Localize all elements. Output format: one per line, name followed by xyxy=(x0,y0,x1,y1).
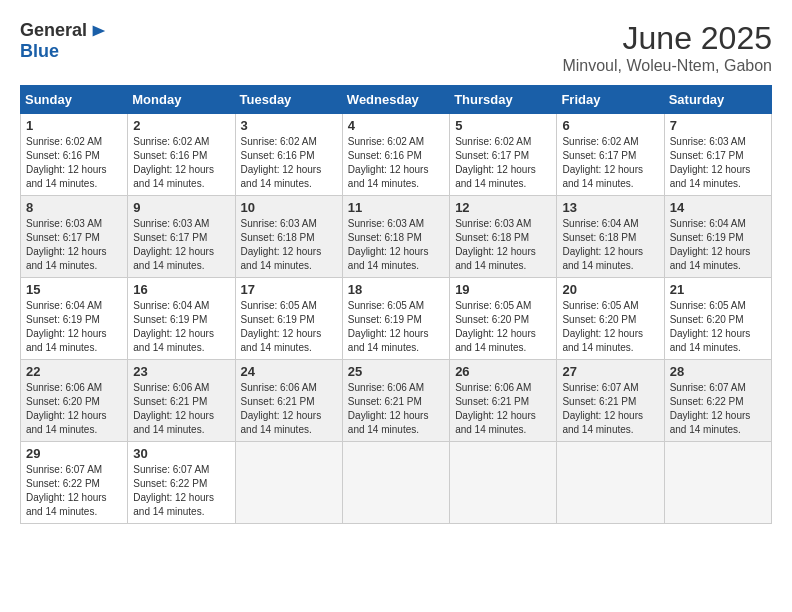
day-info: Sunrise: 6:06 AM Sunset: 6:21 PM Dayligh… xyxy=(455,381,551,437)
day-info: Sunrise: 6:03 AM Sunset: 6:17 PM Dayligh… xyxy=(670,135,766,191)
day-info: Sunrise: 6:02 AM Sunset: 6:17 PM Dayligh… xyxy=(455,135,551,191)
day-info: Sunrise: 6:07 AM Sunset: 6:21 PM Dayligh… xyxy=(562,381,658,437)
day-info: Sunrise: 6:05 AM Sunset: 6:20 PM Dayligh… xyxy=(455,299,551,355)
day-number: 7 xyxy=(670,118,766,133)
day-info: Sunrise: 6:03 AM Sunset: 6:18 PM Dayligh… xyxy=(455,217,551,273)
day-number: 11 xyxy=(348,200,444,215)
day-number: 10 xyxy=(241,200,337,215)
day-info: Sunrise: 6:04 AM Sunset: 6:18 PM Dayligh… xyxy=(562,217,658,273)
day-number: 1 xyxy=(26,118,122,133)
day-number: 4 xyxy=(348,118,444,133)
day-number: 30 xyxy=(133,446,229,461)
day-info: Sunrise: 6:07 AM Sunset: 6:22 PM Dayligh… xyxy=(133,463,229,519)
table-row: 19 Sunrise: 6:05 AM Sunset: 6:20 PM Dayl… xyxy=(450,278,557,360)
col-tuesday: Tuesday xyxy=(235,86,342,114)
table-row: 12 Sunrise: 6:03 AM Sunset: 6:18 PM Dayl… xyxy=(450,196,557,278)
month-title: June 2025 xyxy=(562,20,772,57)
location-title: Minvoul, Woleu-Ntem, Gabon xyxy=(562,57,772,75)
day-number: 12 xyxy=(455,200,551,215)
table-row: 28 Sunrise: 6:07 AM Sunset: 6:22 PM Dayl… xyxy=(664,360,771,442)
table-row: 1 Sunrise: 6:02 AM Sunset: 6:16 PM Dayli… xyxy=(21,114,128,196)
table-row: 14 Sunrise: 6:04 AM Sunset: 6:19 PM Dayl… xyxy=(664,196,771,278)
day-number: 19 xyxy=(455,282,551,297)
table-row: 10 Sunrise: 6:03 AM Sunset: 6:18 PM Dayl… xyxy=(235,196,342,278)
day-info: Sunrise: 6:04 AM Sunset: 6:19 PM Dayligh… xyxy=(26,299,122,355)
col-friday: Friday xyxy=(557,86,664,114)
table-row: 16 Sunrise: 6:04 AM Sunset: 6:19 PM Dayl… xyxy=(128,278,235,360)
logo: General Blue xyxy=(20,20,107,62)
day-info: Sunrise: 6:07 AM Sunset: 6:22 PM Dayligh… xyxy=(670,381,766,437)
day-info: Sunrise: 6:03 AM Sunset: 6:17 PM Dayligh… xyxy=(26,217,122,273)
logo-flag-icon xyxy=(89,22,107,40)
header: General Blue June 2025 Minvoul, Woleu-Nt… xyxy=(20,20,772,75)
day-info: Sunrise: 6:02 AM Sunset: 6:16 PM Dayligh… xyxy=(241,135,337,191)
day-info: Sunrise: 6:02 AM Sunset: 6:17 PM Dayligh… xyxy=(562,135,658,191)
calendar-week-row: 29 Sunrise: 6:07 AM Sunset: 6:22 PM Dayl… xyxy=(21,442,772,524)
table-row: 2 Sunrise: 6:02 AM Sunset: 6:16 PM Dayli… xyxy=(128,114,235,196)
day-number: 27 xyxy=(562,364,658,379)
day-info: Sunrise: 6:03 AM Sunset: 6:18 PM Dayligh… xyxy=(241,217,337,273)
day-number: 14 xyxy=(670,200,766,215)
svg-marker-0 xyxy=(93,25,106,36)
table-row: 15 Sunrise: 6:04 AM Sunset: 6:19 PM Dayl… xyxy=(21,278,128,360)
table-row: 7 Sunrise: 6:03 AM Sunset: 6:17 PM Dayli… xyxy=(664,114,771,196)
day-info: Sunrise: 6:07 AM Sunset: 6:22 PM Dayligh… xyxy=(26,463,122,519)
day-number: 23 xyxy=(133,364,229,379)
day-number: 5 xyxy=(455,118,551,133)
table-row xyxy=(450,442,557,524)
calendar-week-row: 1 Sunrise: 6:02 AM Sunset: 6:16 PM Dayli… xyxy=(21,114,772,196)
table-row xyxy=(557,442,664,524)
title-area: June 2025 Minvoul, Woleu-Ntem, Gabon xyxy=(562,20,772,75)
table-row: 25 Sunrise: 6:06 AM Sunset: 6:21 PM Dayl… xyxy=(342,360,449,442)
col-wednesday: Wednesday xyxy=(342,86,449,114)
logo-blue: Blue xyxy=(20,41,59,62)
logo-general: General xyxy=(20,20,87,41)
day-number: 18 xyxy=(348,282,444,297)
table-row: 6 Sunrise: 6:02 AM Sunset: 6:17 PM Dayli… xyxy=(557,114,664,196)
table-row xyxy=(342,442,449,524)
day-info: Sunrise: 6:02 AM Sunset: 6:16 PM Dayligh… xyxy=(26,135,122,191)
day-number: 6 xyxy=(562,118,658,133)
calendar-week-row: 15 Sunrise: 6:04 AM Sunset: 6:19 PM Dayl… xyxy=(21,278,772,360)
calendar-week-row: 8 Sunrise: 6:03 AM Sunset: 6:17 PM Dayli… xyxy=(21,196,772,278)
day-info: Sunrise: 6:05 AM Sunset: 6:19 PM Dayligh… xyxy=(241,299,337,355)
day-info: Sunrise: 6:05 AM Sunset: 6:20 PM Dayligh… xyxy=(670,299,766,355)
col-sunday: Sunday xyxy=(21,86,128,114)
day-number: 26 xyxy=(455,364,551,379)
table-row: 27 Sunrise: 6:07 AM Sunset: 6:21 PM Dayl… xyxy=(557,360,664,442)
table-row: 18 Sunrise: 6:05 AM Sunset: 6:19 PM Dayl… xyxy=(342,278,449,360)
day-number: 16 xyxy=(133,282,229,297)
day-info: Sunrise: 6:03 AM Sunset: 6:17 PM Dayligh… xyxy=(133,217,229,273)
table-row: 30 Sunrise: 6:07 AM Sunset: 6:22 PM Dayl… xyxy=(128,442,235,524)
calendar-header-row: Sunday Monday Tuesday Wednesday Thursday… xyxy=(21,86,772,114)
day-number: 13 xyxy=(562,200,658,215)
table-row xyxy=(235,442,342,524)
table-row: 8 Sunrise: 6:03 AM Sunset: 6:17 PM Dayli… xyxy=(21,196,128,278)
table-row: 24 Sunrise: 6:06 AM Sunset: 6:21 PM Dayl… xyxy=(235,360,342,442)
day-number: 20 xyxy=(562,282,658,297)
table-row: 26 Sunrise: 6:06 AM Sunset: 6:21 PM Dayl… xyxy=(450,360,557,442)
table-row: 29 Sunrise: 6:07 AM Sunset: 6:22 PM Dayl… xyxy=(21,442,128,524)
day-info: Sunrise: 6:04 AM Sunset: 6:19 PM Dayligh… xyxy=(133,299,229,355)
day-number: 25 xyxy=(348,364,444,379)
table-row: 9 Sunrise: 6:03 AM Sunset: 6:17 PM Dayli… xyxy=(128,196,235,278)
col-thursday: Thursday xyxy=(450,86,557,114)
day-info: Sunrise: 6:06 AM Sunset: 6:21 PM Dayligh… xyxy=(133,381,229,437)
table-row: 22 Sunrise: 6:06 AM Sunset: 6:20 PM Dayl… xyxy=(21,360,128,442)
table-row xyxy=(664,442,771,524)
day-number: 29 xyxy=(26,446,122,461)
table-row: 23 Sunrise: 6:06 AM Sunset: 6:21 PM Dayl… xyxy=(128,360,235,442)
day-number: 3 xyxy=(241,118,337,133)
day-info: Sunrise: 6:05 AM Sunset: 6:20 PM Dayligh… xyxy=(562,299,658,355)
table-row: 21 Sunrise: 6:05 AM Sunset: 6:20 PM Dayl… xyxy=(664,278,771,360)
calendar-week-row: 22 Sunrise: 6:06 AM Sunset: 6:20 PM Dayl… xyxy=(21,360,772,442)
table-row: 5 Sunrise: 6:02 AM Sunset: 6:17 PM Dayli… xyxy=(450,114,557,196)
col-saturday: Saturday xyxy=(664,86,771,114)
table-row: 20 Sunrise: 6:05 AM Sunset: 6:20 PM Dayl… xyxy=(557,278,664,360)
calendar-table: Sunday Monday Tuesday Wednesday Thursday… xyxy=(20,85,772,524)
table-row: 3 Sunrise: 6:02 AM Sunset: 6:16 PM Dayli… xyxy=(235,114,342,196)
day-info: Sunrise: 6:02 AM Sunset: 6:16 PM Dayligh… xyxy=(133,135,229,191)
table-row: 13 Sunrise: 6:04 AM Sunset: 6:18 PM Dayl… xyxy=(557,196,664,278)
day-info: Sunrise: 6:06 AM Sunset: 6:21 PM Dayligh… xyxy=(348,381,444,437)
table-row: 4 Sunrise: 6:02 AM Sunset: 6:16 PM Dayli… xyxy=(342,114,449,196)
